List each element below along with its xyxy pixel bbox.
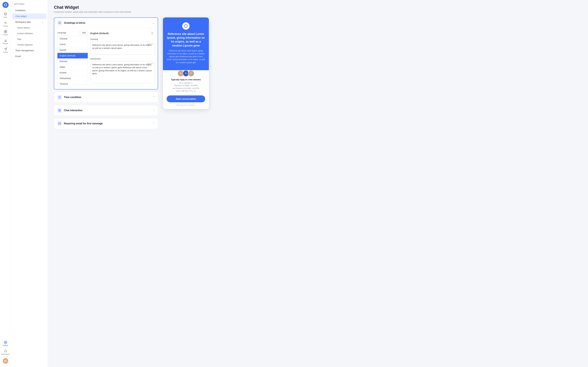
preview-avatars: A B C [167, 70, 205, 77]
sidebar-item-contact[interactable]: Contact [0, 20, 11, 28]
reports-label: Reports [3, 43, 8, 44]
intro-textarea-container: Reference site about Lorem Ipsum, giving… [90, 61, 155, 84]
accordion-time-condition: Time condition ⌃ [54, 92, 158, 103]
lang-item-vietnamese[interactable]: Vietnamese [57, 75, 88, 81]
preview-availability: We're available on Weekdays 09:00AM - 06… [167, 82, 205, 92]
availability-line2: Weekdays 09:00AM - 06:00PM [174, 84, 198, 86]
preview-reply-time: Typically reply in a few minutes [167, 78, 205, 81]
intro-textarea[interactable]: Reference site about Lorem Ipsum, giving… [90, 61, 155, 83]
availability-line4: Hanoi, Việt Nam (UTC +7) [176, 90, 196, 92]
sidebar-item-tags[interactable]: Tags [14, 36, 46, 42]
language-list: Chinese Czech Danish English (Default) G… [57, 36, 88, 85]
accordion-greetings-header[interactable]: Greetings & Intros ⌃ [54, 18, 158, 28]
app-logo[interactable] [2, 2, 9, 8]
sidebar-item-import-history[interactable]: Import History [14, 25, 46, 30]
notifications-label: Notifications [1, 353, 9, 355]
accordion-greetings-body: Language Add Chinese Czech Danish Englis… [54, 28, 158, 89]
svg-point-7 [59, 22, 60, 23]
content-label: Content [3, 34, 8, 36]
sidebar-item-contact-segment[interactable]: Contact Segment [14, 42, 46, 47]
svg-point-6 [5, 342, 6, 343]
lang-item-english-default[interactable]: English (Default) [57, 53, 88, 58]
sidebar-item-growth[interactable]: Growth [0, 46, 11, 55]
settings-label: Settings [3, 345, 8, 346]
intro-char-count: 200/200 [147, 63, 153, 65]
chat-interaction-title: Chat interaction [64, 109, 83, 112]
sidebar-item-installation[interactable]: Installation [12, 8, 46, 13]
availability-line1: We're available on [179, 82, 193, 84]
powered-by-text: Powered by LineBase [179, 104, 195, 106]
greeting-field-label: Greeting [90, 38, 155, 40]
lang-item-german[interactable]: German [57, 58, 88, 64]
accordion-chat-interaction-header[interactable]: Chat interaction ⌃ [54, 105, 158, 116]
time-condition-title: Time condition [64, 96, 81, 99]
content-area: Greetings & Intros ⌃ Language Add [54, 17, 582, 131]
add-language-button[interactable]: Add [80, 31, 88, 34]
sidebar-item-inbox[interactable]: Inbox [0, 11, 11, 20]
svg-point-1 [5, 22, 6, 23]
start-conversation-button[interactable]: Start conversation [167, 95, 205, 102]
availability-line3: and Weekends 09:00AM - 04:00PM [173, 87, 199, 89]
sidebar-item-reports[interactable]: Reports [0, 37, 11, 46]
preview-card: Reference site about Lorem Ipsum, giving… [163, 17, 209, 109]
accordion-time-condition-header[interactable]: Time condition ⌃ [54, 92, 158, 102]
lang-item-korean[interactable]: Korean [57, 70, 88, 75]
language-content-header: English (Default) [90, 31, 155, 36]
requiring-email-title: Requiring email for first message [64, 122, 103, 125]
chat-interaction-chevron: ⌃ [153, 109, 155, 112]
svg-rect-5 [6, 32, 7, 33]
accordion-chat-interaction: Chat interaction ⌃ [54, 105, 158, 116]
lang-item-thailand[interactable]: Thailand [57, 81, 88, 85]
language-list-header: Language Add [57, 31, 88, 34]
intro-field-label: Introduction [90, 58, 155, 60]
greeting-icon [57, 20, 62, 25]
greeting-textarea[interactable]: Reference site about Lorem Ipsum, giving… [90, 42, 155, 55]
language-section: Language Add Chinese Czech Danish Englis… [57, 28, 155, 86]
sidebar-item-team-management[interactable]: Team management [12, 48, 46, 53]
language-list-container: Language Add Chinese Czech Danish Englis… [57, 31, 88, 86]
lang-item-danish[interactable]: Danish [57, 47, 88, 53]
greeting-textarea-container: Reference site about Lorem Ipsum, giving… [90, 42, 155, 55]
sidebar-item-settings[interactable]: Settings [0, 339, 11, 348]
lang-item-czech[interactable]: Czech [57, 42, 88, 47]
preview-top: Reference site about Lorem Ipsum, giving… [163, 17, 209, 70]
growth-label: Growth [3, 51, 8, 53]
preview-logo [182, 22, 190, 30]
svg-point-9 [59, 110, 60, 111]
icon-bar-bottom: Settings Notifications OE [0, 339, 11, 365]
contact-label: Contact [3, 25, 8, 27]
email-icon-container [57, 121, 62, 126]
delete-language-button[interactable] [150, 31, 155, 36]
sidebar-sub-workspace: Import History Contact Attributes Tags C… [11, 25, 48, 47]
workspace-data-label: Workspace data [15, 21, 31, 23]
lang-item-italian[interactable]: Italian [57, 64, 88, 70]
sidebar-item-content[interactable]: Content [0, 28, 11, 37]
sidebar-item-email[interactable]: Email [12, 53, 46, 59]
svg-rect-4 [4, 32, 5, 33]
icon-bar: Inbox Contact Content Reports Growth Set… [0, 0, 11, 367]
main-content: Chat Widget Customize content, visual st… [48, 0, 588, 367]
lang-item-chinese[interactable]: Chinese [57, 36, 88, 42]
preview-avatar-3: C [188, 70, 194, 77]
svg-rect-3 [6, 30, 7, 32]
greetings-title: Greetings & Intros [64, 22, 86, 24]
page-title: Chat Widget [54, 5, 582, 10]
sidebar-item-chat-widget[interactable]: Chat widget [12, 13, 46, 19]
left-panel: Greetings & Intros ⌃ Language Add [54, 17, 158, 131]
user-avatar[interactable]: OE [3, 358, 8, 364]
sidebar-item-contact-attributes[interactable]: Contact Attributes [14, 31, 46, 36]
clock-icon-container [57, 95, 62, 100]
chevron-down-icon: ⌄ [42, 21, 43, 23]
powered-dot-icon [177, 104, 178, 106]
greetings-chevron: ⌃ [153, 22, 155, 25]
greeting-char-count: 100/100 [147, 43, 153, 45]
sidebar-item-workspace-data[interactable]: Workspace data ⌄ [12, 19, 46, 25]
sidebar-item-notifications[interactable]: Notifications [0, 348, 11, 357]
requiring-email-chevron: ⌃ [153, 122, 155, 125]
settings-sidebar: SETTINGS Installation Chat widget Worksp… [11, 0, 48, 367]
language-label: Language [57, 32, 66, 34]
accordion-requiring-email-header[interactable]: Requiring email for first message ⌃ [54, 118, 158, 129]
time-condition-chevron: ⌃ [153, 96, 155, 99]
language-content: English (Default) Greeting Reference sit… [90, 31, 155, 86]
preview-bottom: A B C Typically reply in a few minutes W… [163, 70, 209, 109]
